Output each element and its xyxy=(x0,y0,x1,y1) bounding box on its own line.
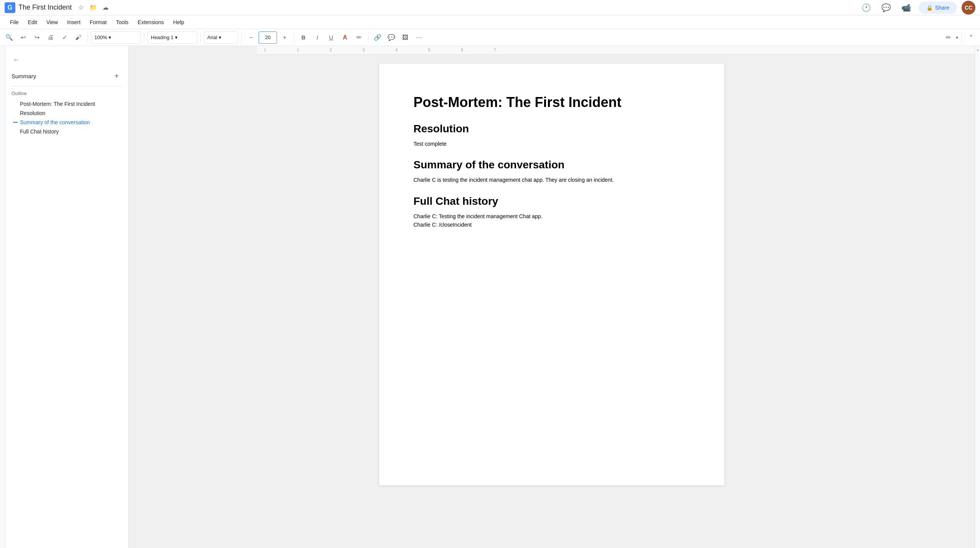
menu-insert[interactable]: Insert xyxy=(63,18,84,27)
underline-icon[interactable]: U xyxy=(325,31,337,44)
right-panel: ⌃ xyxy=(975,46,980,548)
spell-check-icon[interactable]: ✓ xyxy=(58,31,71,44)
font-arrow: ▾ xyxy=(219,35,221,40)
left-bar xyxy=(0,46,5,548)
share-label: Share xyxy=(935,5,949,11)
image-icon[interactable]: 🖼 xyxy=(399,31,411,44)
doc-title: The First Incident xyxy=(18,3,72,12)
menu-edit[interactable]: Edit xyxy=(24,18,41,27)
highlight-icon[interactable]: ✏ xyxy=(353,31,365,44)
outline-item-1[interactable]: Resolution xyxy=(12,109,122,118)
chat-line-2: Charlie C: /closeIncident xyxy=(414,221,690,229)
main-layout: ← Summary + Outline Post-Mortem: The Fir… xyxy=(0,46,980,548)
bold-icon[interactable]: B xyxy=(297,31,310,44)
link-icon[interactable]: 🔗 xyxy=(371,31,384,44)
body-summary: Charlie C is testing the incident manage… xyxy=(414,176,690,184)
zoom-arrow: ▾ xyxy=(109,35,111,40)
outline-item-text-2: Summary of the conversation xyxy=(20,119,90,125)
italic-icon[interactable]: I xyxy=(311,31,323,44)
outline-item-dash-0 xyxy=(13,104,18,104)
title-bar-right: 🕐 💬 📹 🔒 Share CC xyxy=(859,0,975,15)
text-color-icon[interactable]: A xyxy=(339,31,351,44)
right-panel-collapse-button[interactable]: ⌃ xyxy=(975,49,980,54)
collapse-toolbar-icon[interactable]: ⌃ xyxy=(965,31,977,44)
comment-tool-icon[interactable]: 💬 xyxy=(385,31,398,44)
outline-items: Post-Mortem: The First IncidentResolutio… xyxy=(12,99,122,136)
search-icon[interactable]: 🔍 xyxy=(3,31,15,44)
video-icon[interactable]: 📹 xyxy=(899,0,914,15)
zoom-selector[interactable]: 100% ▾ xyxy=(91,31,141,44)
toolbar-divider-6 xyxy=(368,33,368,42)
font-size-minus[interactable]: − xyxy=(245,31,257,44)
outline-title-section: Summary + xyxy=(5,69,128,84)
outline-item-3[interactable]: Full Chat history xyxy=(12,127,122,136)
menu-file[interactable]: File xyxy=(6,18,23,27)
toolbar-divider-2 xyxy=(144,33,144,42)
heading-resolution: Resolution xyxy=(414,123,690,135)
heading-summary: Summary of the conversation xyxy=(414,159,690,171)
title-icons: ☆ 📁 ☁ xyxy=(76,3,110,12)
star-icon[interactable]: ☆ xyxy=(76,3,86,12)
font-size-plus[interactable]: + xyxy=(279,31,291,44)
edit-mode-icon[interactable]: ✏ xyxy=(942,31,954,44)
menu-bar: File Edit View Insert Format Tools Exten… xyxy=(0,15,980,29)
add-summary-button[interactable]: + xyxy=(111,71,122,81)
outline-item-text-1: Resolution xyxy=(20,110,45,116)
doc-title-heading: Post-Mortem: The First Incident xyxy=(414,94,690,110)
outline-item-text-3: Full Chat history xyxy=(20,128,59,135)
section-chat-history: Full Chat history Charlie C: Testing the… xyxy=(414,195,690,229)
summary-label: Summary xyxy=(12,73,36,79)
menu-tools[interactable]: Tools xyxy=(112,18,132,27)
font-size-input[interactable] xyxy=(259,31,277,44)
font-selector[interactable]: Arial ▾ xyxy=(204,31,238,44)
title-bar: G The First Incident ☆ 📁 ☁ 🕐 💬 📹 🔒 Share… xyxy=(0,0,980,15)
doc-area[interactable]: Post-Mortem: The First Incident Resoluti… xyxy=(129,54,975,548)
menu-format[interactable]: Format xyxy=(86,18,111,27)
avatar[interactable]: CC xyxy=(962,1,975,15)
doc-page: Post-Mortem: The First Incident Resoluti… xyxy=(379,64,724,485)
heading-chat-history: Full Chat history xyxy=(414,195,690,207)
menu-help[interactable]: Help xyxy=(169,18,188,27)
zoom-value: 100% xyxy=(94,35,107,40)
share-button[interactable]: 🔒 Share xyxy=(919,2,957,14)
print-icon[interactable]: 🖨 xyxy=(45,31,57,44)
toolbar-divider-1 xyxy=(87,33,88,42)
outline-section-header: Outline xyxy=(12,91,122,96)
comment-icon[interactable]: 💬 xyxy=(879,0,894,15)
section-resolution: Resolution Test complete xyxy=(414,123,690,148)
outline-item-text-0: Post-Mortem: The First Incident xyxy=(20,101,95,107)
redo-icon[interactable]: ↪ xyxy=(31,31,43,44)
more-tools-icon[interactable]: ⋯ xyxy=(413,31,425,44)
body-resolution: Test complete xyxy=(414,140,690,148)
edit-mode-arrow[interactable]: ▾ xyxy=(956,35,958,40)
toolbar-divider-5 xyxy=(294,33,294,42)
menu-view[interactable]: View xyxy=(43,18,62,27)
ruler: 1 1 2 3 4 5 6 7 xyxy=(257,46,975,54)
menu-extensions[interactable]: Extensions xyxy=(134,18,168,27)
body-chat-history: Charlie C: Testing the incident manageme… xyxy=(414,212,690,229)
outline-panel: ← Summary + Outline Post-Mortem: The Fir… xyxy=(5,46,129,548)
style-arrow: ▾ xyxy=(175,35,178,40)
app-icon: G xyxy=(5,2,15,13)
font-value: Arial xyxy=(207,35,217,40)
lock-icon: 🔒 xyxy=(926,5,933,11)
toolbar-divider-4 xyxy=(241,33,242,42)
section-summary: Summary of the conversation Charlie C is… xyxy=(414,159,690,184)
outline-item-2[interactable]: Summary of the conversation xyxy=(12,118,122,127)
video-icon-inner: 📹 xyxy=(901,3,911,12)
back-button[interactable]: ← xyxy=(10,54,22,66)
toolbar-right: ✏ ▾ ⌃ xyxy=(942,31,977,44)
folder-icon[interactable]: 📁 xyxy=(89,3,98,12)
outline-section: Outline Post-Mortem: The First IncidentR… xyxy=(5,91,128,139)
outline-item-dash-3 xyxy=(13,131,18,132)
toolbar-divider-3 xyxy=(200,33,201,42)
paint-format-icon[interactable]: 🖌 xyxy=(72,31,84,44)
outline-item-0[interactable]: Post-Mortem: The First Incident xyxy=(12,99,122,109)
chat-line-1: Charlie C: Testing the incident manageme… xyxy=(414,212,690,221)
outline-item-dash-1 xyxy=(13,113,18,114)
toolbar: 🔍 ↩ ↪ 🖨 ✓ 🖌 100% ▾ Heading 1 ▾ Arial ▾ −… xyxy=(0,29,980,46)
cloud-icon[interactable]: ☁ xyxy=(101,3,110,12)
history-icon[interactable]: 🕐 xyxy=(859,0,874,15)
undo-icon[interactable]: ↩ xyxy=(17,31,29,44)
paragraph-style-selector[interactable]: Heading 1 ▾ xyxy=(147,31,197,44)
